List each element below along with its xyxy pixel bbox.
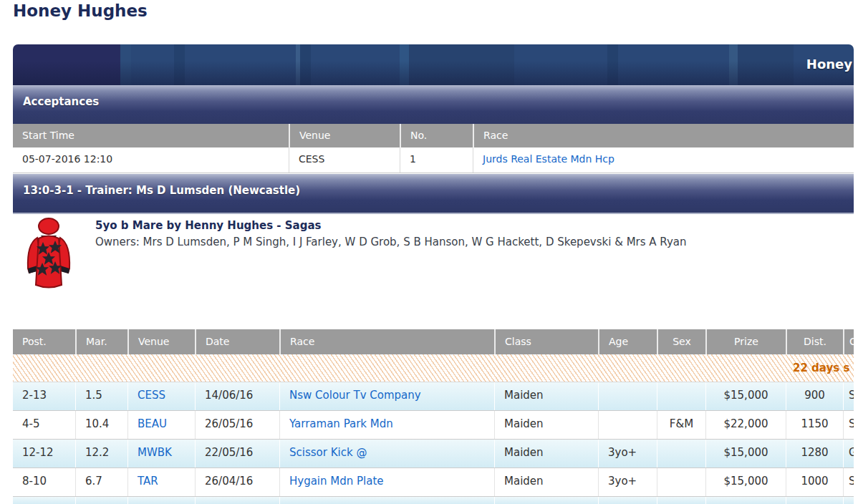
col-header-no: No. bbox=[400, 124, 473, 147]
col-header-class: Class bbox=[494, 329, 598, 354]
trainer-bar-label: 13:0-3-1 - Trainer: Ms D Lumsden (Newcas… bbox=[23, 184, 300, 197]
results-table: Post. Mar. Venue Date Race Class Age Sex… bbox=[13, 329, 854, 504]
col-header-venue: Venue bbox=[289, 124, 400, 147]
result-condition: G bbox=[843, 440, 854, 467]
result-condition: S bbox=[843, 468, 854, 496]
col-header-start-time: Start Time bbox=[13, 124, 289, 147]
result-margin: 10.4 bbox=[75, 411, 127, 439]
result-sex: F&M bbox=[657, 411, 705, 439]
result-condition: S bbox=[843, 382, 854, 410]
result-margin: 12.2 bbox=[75, 440, 127, 467]
result-post: 2-13 bbox=[13, 382, 75, 410]
days-since-last-run-row: 22 days s bbox=[13, 354, 854, 382]
col-header-cond: C bbox=[843, 329, 854, 354]
results-column-headers: Post. Mar. Venue Date Race Class Age Sex… bbox=[13, 329, 854, 354]
result-date: 22/05/16 bbox=[195, 440, 279, 467]
col-header-post: Post. bbox=[13, 329, 75, 354]
result-post: 4-5 bbox=[13, 411, 75, 439]
result-post: 8-10 bbox=[13, 468, 75, 496]
col-header-dist: Dist. bbox=[786, 329, 843, 354]
result-row: 12-12 12.2 MWBK 22/05/16 Scissor Kick @ … bbox=[13, 440, 854, 468]
horse-description: 5yo b Mare by Henny Hughes - Sagas bbox=[95, 219, 322, 232]
col-header-age: Age bbox=[598, 329, 657, 354]
col-header-date: Date bbox=[195, 329, 279, 354]
result-margin: 1.5 bbox=[75, 382, 127, 410]
result-distance: 1280 bbox=[786, 440, 843, 467]
result-venue-link[interactable]: CESS bbox=[138, 389, 165, 402]
result-prize: $15,000 bbox=[705, 440, 786, 467]
acceptances-row: 05-07-2016 12:10 CESS 1 Jurds Real Estat… bbox=[13, 147, 854, 173]
col-header-mar: Mar. bbox=[75, 329, 127, 354]
result-date: 26/05/16 bbox=[195, 411, 279, 439]
result-age: 3yo+ bbox=[598, 468, 657, 496]
result-venue-link[interactable]: BEAU bbox=[138, 417, 167, 430]
result-prize: $22,000 bbox=[705, 411, 786, 439]
result-sex bbox=[657, 440, 705, 467]
col-header-sex: Sex bbox=[657, 329, 705, 354]
result-margin: 6.7 bbox=[75, 468, 127, 496]
result-row: 8-10 6.7 TAR 26/04/16 Hygain Mdn Plate M… bbox=[13, 468, 854, 497]
result-sex bbox=[657, 468, 705, 496]
horse-banner: Honey bbox=[13, 44, 854, 85]
result-date: 26/04/16 bbox=[195, 468, 279, 496]
trainer-bar: 13:0-3-1 - Trainer: Ms D Lumsden (Newcas… bbox=[13, 174, 854, 214]
col-header-race: Race bbox=[279, 329, 494, 354]
result-class: Maiden bbox=[494, 411, 598, 439]
result-venue-link[interactable]: TAR bbox=[138, 475, 158, 488]
result-race-link[interactable]: Hygain Mdn Plate bbox=[289, 475, 384, 488]
acceptance-venue: CESS bbox=[289, 147, 400, 173]
col-header-venue: Venue bbox=[127, 329, 195, 354]
acceptances-heading: Acceptances bbox=[23, 95, 99, 108]
result-race-link[interactable]: Nsw Colour Tv Company bbox=[289, 389, 421, 402]
acceptance-start-time: 05-07-2016 12:10 bbox=[13, 147, 289, 173]
result-row: 4-5 10.4 BEAU 26/05/16 Yarraman Park Mdn… bbox=[13, 411, 854, 440]
result-distance: 1150 bbox=[786, 411, 843, 439]
result-class: Maiden bbox=[494, 382, 598, 410]
result-venue-link[interactable]: MWBK bbox=[138, 446, 172, 459]
result-age bbox=[598, 382, 657, 410]
result-prize: $15,000 bbox=[705, 382, 786, 410]
acceptances-section-bar: Acceptances bbox=[13, 85, 854, 124]
result-prize: $15,000 bbox=[705, 468, 786, 496]
acceptance-race-link[interactable]: Jurds Real Estate Mdn Hcp bbox=[483, 153, 614, 165]
jockey-silks-icon bbox=[21, 217, 76, 291]
result-race-link[interactable]: Scissor Kick @ bbox=[289, 446, 367, 459]
result-condition: S bbox=[843, 411, 854, 439]
result-class: Maiden bbox=[494, 440, 598, 467]
days-since-note: 22 days s bbox=[793, 362, 849, 374]
result-row-partial bbox=[13, 497, 854, 504]
result-sex bbox=[657, 382, 705, 410]
result-class: Maiden bbox=[494, 468, 598, 496]
col-header-prize: Prize bbox=[705, 329, 786, 354]
result-row: 2-13 1.5 CESS 14/06/16 Nsw Colour Tv Com… bbox=[13, 382, 854, 411]
banner-horse-name: Honey bbox=[806, 57, 852, 72]
result-post: 12-12 bbox=[13, 440, 75, 467]
main-content: Honey Acceptances Start Time Venue No. R… bbox=[13, 0, 854, 504]
horse-owners: Owners: Mrs D Lumsden, P M Singh, I J Fa… bbox=[95, 236, 687, 248]
acceptances-column-headers: Start Time Venue No. Race bbox=[13, 124, 854, 147]
acceptance-race-number: 1 bbox=[400, 147, 473, 173]
result-race-link[interactable]: Yarraman Park Mdn bbox=[289, 417, 393, 430]
result-distance: 1000 bbox=[786, 468, 843, 496]
result-age bbox=[598, 411, 657, 439]
result-date: 14/06/16 bbox=[195, 382, 279, 410]
result-age: 3yo+ bbox=[598, 440, 657, 467]
result-distance: 900 bbox=[786, 382, 843, 410]
col-header-race: Race bbox=[473, 124, 854, 147]
